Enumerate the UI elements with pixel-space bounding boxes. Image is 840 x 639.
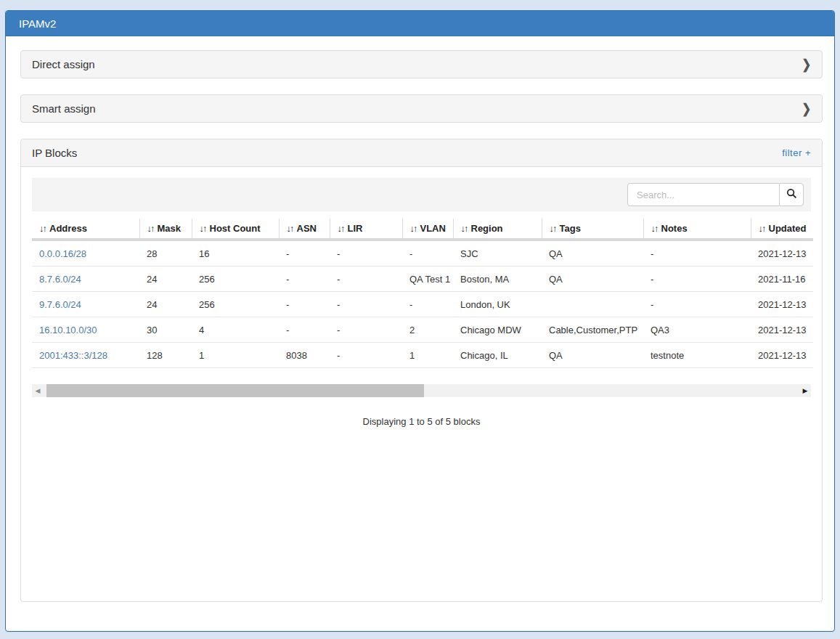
sort-icon: ↓↑ — [410, 223, 417, 234]
column-header-asn[interactable]: ↓↑ASN — [279, 219, 330, 240]
sort-icon: ↓↑ — [338, 223, 344, 234]
cell-vlan: - — [402, 240, 453, 266]
scroll-right-arrow-icon[interactable]: ▶ — [799, 384, 811, 397]
search-button[interactable] — [779, 183, 804, 206]
cell-mask: 128 — [139, 343, 192, 368]
direct-assign-panel[interactable]: Direct assign ❯ — [20, 50, 823, 78]
cell-address: 8.7.6.0/24 — [32, 266, 139, 292]
cell-host-count: 4 — [192, 317, 279, 343]
column-label: ASN — [297, 223, 317, 234]
cell-asn: - — [279, 266, 330, 292]
column-label: Region — [471, 223, 503, 234]
sort-icon: ↓↑ — [651, 223, 658, 234]
sort-icon: ↓↑ — [759, 223, 765, 234]
column-header-region[interactable]: ↓↑Region — [453, 219, 542, 240]
cell-updated: 2021-12-13 — [751, 292, 813, 317]
table-row: 2001:433::3/12812818038-1Chicago, ILQAte… — [32, 343, 813, 368]
search-toolbar — [32, 178, 811, 211]
column-label: Notes — [661, 223, 688, 234]
cell-host-count: 256 — [192, 292, 279, 317]
cell-updated: 2021-12-13 — [751, 343, 813, 368]
search-input[interactable] — [627, 183, 780, 206]
cell-region: Chicago, IL — [453, 343, 542, 368]
cell-asn: 8038 — [279, 343, 330, 368]
address-link[interactable]: 2001:433::3/128 — [39, 350, 107, 361]
cell-host-count: 256 — [192, 266, 279, 292]
cell-host-count: 16 — [192, 240, 279, 266]
cell-vlan: QA Test 1 — [402, 266, 453, 292]
app-body: Direct assign ❯ Smart assign ❯ IP Blocks… — [6, 36, 834, 613]
address-link[interactable]: 16.10.10.0/30 — [39, 325, 97, 335]
column-header-address[interactable]: ↓↑Address — [32, 219, 139, 240]
column-label: Tags — [560, 223, 581, 234]
ip-blocks-body: ↓↑Address↓↑Mask↓↑Host Count↓↑ASN↓↑LIR↓↑V… — [21, 167, 822, 438]
address-link[interactable]: 0.0.0.16/28 — [39, 248, 86, 259]
column-header-host-count[interactable]: ↓↑Host Count — [192, 219, 279, 240]
cell-tags: QA — [542, 343, 643, 368]
ipam-app-panel: IPAMv2 Direct assign ❯ Smart assign ❯ IP… — [5, 10, 835, 632]
column-header-mask[interactable]: ↓↑Mask — [139, 219, 192, 240]
cell-region: Boston, MA — [453, 266, 542, 292]
table-row: 9.7.6.0/2424256---London, UK-2021-12-13 — [32, 292, 813, 317]
cell-address: 16.10.10.0/30 — [32, 317, 139, 343]
cell-notes: testnote — [643, 343, 751, 368]
cell-updated: 2021-12-13 — [751, 317, 813, 343]
column-header-vlan[interactable]: ↓↑VLAN — [402, 219, 453, 240]
column-label: Updated — [769, 223, 807, 234]
filter-toggle-link[interactable]: filter + — [782, 147, 811, 158]
sort-icon: ↓↑ — [550, 223, 556, 234]
cell-tags: QA — [542, 240, 643, 266]
horizontal-scrollbar[interactable]: ◀ ▶ — [32, 384, 811, 397]
sort-icon: ↓↑ — [287, 223, 293, 234]
cell-address: 0.0.0.16/28 — [32, 240, 139, 266]
chevron-right-icon: ❯ — [802, 57, 811, 73]
sort-icon: ↓↑ — [147, 223, 154, 234]
cell-host-count: 1 — [192, 343, 279, 368]
scrollbar-thumb[interactable] — [46, 384, 424, 397]
cell-notes: - — [643, 240, 751, 266]
cell-updated: 2021-11-16 — [751, 266, 813, 292]
scroll-left-arrow-icon[interactable]: ◀ — [32, 384, 44, 397]
cell-address: 9.7.6.0/24 — [32, 292, 139, 317]
cell-lir: - — [330, 240, 402, 266]
cell-asn: - — [279, 240, 330, 266]
ip-blocks-table: ↓↑Address↓↑Mask↓↑Host Count↓↑ASN↓↑LIR↓↑V… — [32, 219, 813, 368]
cell-lir: - — [330, 266, 402, 292]
column-header-notes[interactable]: ↓↑Notes — [643, 219, 751, 240]
column-label: Host Count — [210, 223, 261, 234]
table-body: 0.0.0.16/282816---SJCQA-2021-12-138.7.6.… — [32, 240, 813, 368]
cell-notes: - — [643, 266, 751, 292]
sort-icon: ↓↑ — [200, 223, 206, 234]
address-link[interactable]: 9.7.6.0/24 — [39, 299, 81, 310]
chevron-right-icon: ❯ — [802, 101, 811, 117]
sort-icon: ↓↑ — [461, 223, 468, 234]
cell-tags: Cable,Customer,PTP — [542, 317, 643, 343]
cell-mask: 30 — [139, 317, 192, 343]
cell-vlan: - — [402, 292, 453, 317]
cell-lir: - — [330, 343, 402, 368]
search-group — [627, 183, 804, 206]
smart-assign-panel[interactable]: Smart assign ❯ — [20, 94, 823, 123]
cell-mask: 24 — [139, 266, 192, 292]
cell-notes: - — [643, 292, 751, 317]
column-label: Address — [49, 223, 87, 234]
ip-blocks-heading: IP Blocks filter + — [21, 139, 822, 167]
table-row: 8.7.6.0/2424256--QA Test 1Boston, MAQA-2… — [32, 266, 813, 292]
cell-region: Chicago MDW — [453, 317, 542, 343]
column-label: VLAN — [420, 223, 446, 234]
address-link[interactable]: 8.7.6.0/24 — [39, 274, 81, 285]
column-header-lir[interactable]: ↓↑LIR — [330, 219, 402, 240]
cell-asn: - — [279, 292, 330, 317]
table-row: 16.10.10.0/30304--2Chicago MDWCable,Cust… — [32, 317, 813, 343]
cell-tags: QA — [542, 266, 643, 292]
app-title-bar: IPAMv2 — [6, 11, 834, 36]
column-header-tags[interactable]: ↓↑Tags — [542, 219, 643, 240]
column-header-updated[interactable]: ↓↑Updated — [751, 219, 813, 240]
cell-mask: 24 — [139, 292, 192, 317]
column-label: Mask — [158, 223, 182, 234]
cell-lir: - — [330, 292, 402, 317]
cell-asn: - — [279, 317, 330, 343]
cell-lir: - — [330, 317, 402, 343]
table-header-row: ↓↑Address↓↑Mask↓↑Host Count↓↑ASN↓↑LIR↓↑V… — [32, 219, 813, 240]
ip-blocks-panel: IP Blocks filter + — [20, 139, 823, 602]
